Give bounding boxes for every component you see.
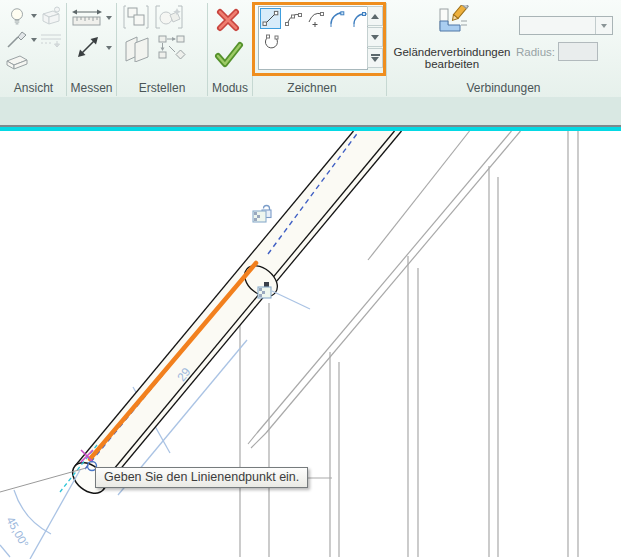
panel-label-modus: Modus [208,80,252,96]
create-set-button[interactable] [122,4,150,30]
panel-label-ansicht: Ansicht [1,80,66,96]
diagonal-arrow-icon [74,33,102,61]
panel-label-verbindungen: Verbindungen [387,80,620,96]
dropdown-caret-icon[interactable] [106,16,112,20]
thin-lines-brush-button[interactable] [6,31,28,49]
red-x-icon [214,6,242,34]
stair-background-lines [240,131,578,557]
ruler-arrows-icon [70,8,104,28]
radius-label: Radius: [516,46,555,58]
solid-box-button[interactable] [4,52,30,72]
finish-sketch-button[interactable] [214,41,244,69]
highlight-box-zeichnen [252,2,386,76]
underlay-lines-icon [39,31,63,49]
radius-input[interactable] [558,42,598,61]
selected-reference-highlight[interactable] [0,127,621,131]
boxes-set-icon [122,4,150,30]
bracket-sparkle-icon [153,4,185,30]
underlay-lines-button-disabled [39,31,63,49]
measure-diagonal-button[interactable] [74,33,102,61]
padlock-constraint-icon[interactable] [258,282,310,309]
status-tooltip: Geben Sie den Linienendpunkt ein. [95,467,308,488]
view-cube-icon [39,5,63,27]
extrusion-box-icon [4,52,30,72]
ribbon-lower-strip [0,97,621,125]
cancel-sketch-button[interactable] [214,6,242,34]
panel-label-zeichnen: Zeichnen [253,80,371,96]
measure-ruler-button[interactable] [70,8,104,28]
panel-label-messen: Messen [67,80,116,96]
dropdown-caret-icon[interactable] [31,38,37,42]
dropdown-caret-icon [601,24,607,28]
brush-icon [6,31,28,49]
dropdown-caret-icon[interactable] [106,46,112,50]
create-panels-button[interactable] [122,34,154,62]
flow-diagram-icon [157,34,187,62]
wall-panels-icon [122,34,154,62]
angle-dimension-label: 45,00° [4,515,31,550]
edit-rail-joins-label: Geländerverbindungen bearbeiten [388,46,516,70]
default-3d-view-button-disabled [39,5,63,27]
lightbulb-icon [6,6,28,28]
create-diagram-button[interactable] [157,34,187,62]
padlock-constraint-icon[interactable] [253,206,271,223]
combobox-dropdown-button[interactable] [595,17,612,34]
create-similar-button[interactable] [153,4,185,30]
rail-join-pencil-icon [435,5,469,45]
green-check-icon [214,41,244,69]
ribbon: Ansicht Messen [0,0,621,125]
angle-dimension[interactable]: 45,00° [0,468,86,559]
panel-label-erstellen: Erstellen [117,80,207,96]
visibility-lightbulb-button[interactable] [6,6,28,28]
handrail-tube [67,131,402,499]
edit-rail-joins-button[interactable]: Geländerverbindungen bearbeiten [388,3,516,75]
joint-type-combobox[interactable] [519,16,613,35]
dropdown-caret-icon[interactable] [31,14,37,18]
